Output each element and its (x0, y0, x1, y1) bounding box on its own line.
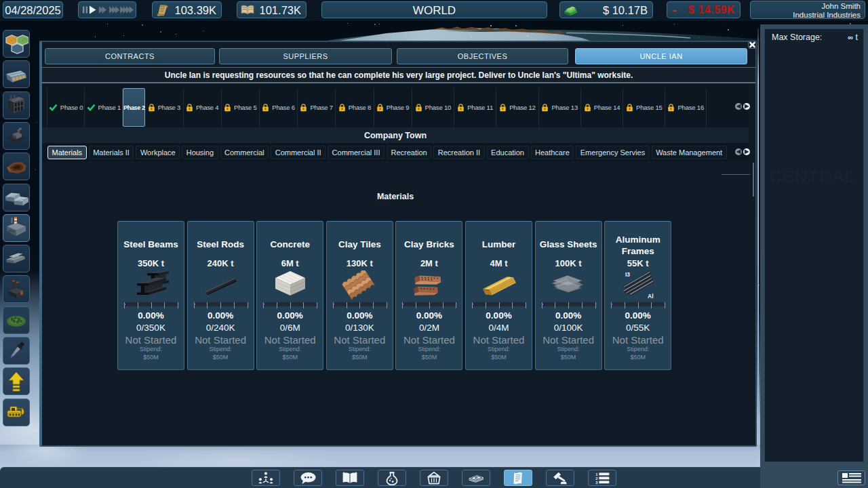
svg-text:3: 3 (595, 480, 597, 484)
svg-text:I3: I3 (625, 271, 630, 278)
svg-text:Al: Al (648, 293, 654, 300)
